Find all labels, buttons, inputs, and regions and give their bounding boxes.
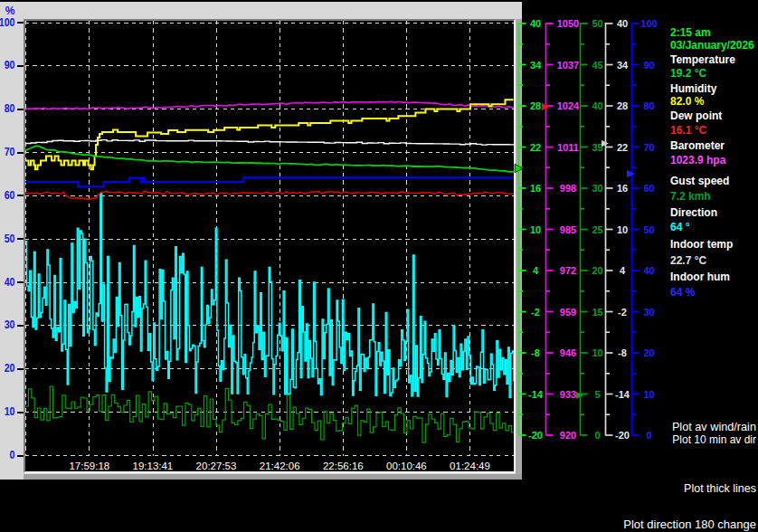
svg-text:-14: -14 — [528, 389, 544, 400]
svg-text:20: 20 — [643, 347, 654, 358]
svg-text:34: 34 — [530, 60, 542, 71]
svg-text:-8: -8 — [618, 347, 627, 358]
svg-text:10: 10 — [643, 389, 654, 400]
svg-text:933: 933 — [560, 389, 576, 400]
svg-text:10: 10 — [617, 224, 628, 235]
svg-text:-20: -20 — [528, 430, 543, 441]
svg-text:40: 40 — [592, 100, 602, 111]
svg-text:1050: 1050 — [557, 18, 579, 29]
svg-text:985: 985 — [560, 224, 576, 235]
svg-text:30: 30 — [592, 183, 602, 194]
svg-text:35: 35 — [592, 142, 602, 153]
svg-text:-2: -2 — [531, 307, 540, 318]
svg-text:28: 28 — [530, 100, 541, 111]
svg-text:40: 40 — [530, 18, 541, 29]
svg-text:90: 90 — [643, 60, 654, 71]
svg-text:-14: -14 — [615, 389, 630, 400]
svg-text:4: 4 — [533, 265, 539, 276]
svg-text:50: 50 — [592, 18, 602, 29]
svg-text:0: 0 — [594, 430, 600, 441]
svg-text:34: 34 — [617, 60, 629, 71]
svg-text:28: 28 — [617, 100, 628, 111]
svg-text:920: 920 — [560, 430, 576, 441]
svg-text:70: 70 — [643, 142, 654, 153]
svg-text:946: 946 — [560, 347, 576, 358]
svg-text:16: 16 — [530, 183, 541, 194]
svg-text:4: 4 — [620, 265, 626, 276]
svg-text:959: 959 — [560, 307, 576, 318]
svg-text:50: 50 — [643, 224, 654, 235]
svg-text:60: 60 — [643, 183, 654, 194]
svg-text:-2: -2 — [618, 307, 627, 318]
svg-text:45: 45 — [592, 60, 602, 71]
svg-text:10: 10 — [592, 347, 602, 358]
svg-text:80: 80 — [643, 100, 654, 111]
svg-text:100: 100 — [640, 18, 657, 29]
svg-text:22: 22 — [617, 142, 628, 153]
svg-text:998: 998 — [560, 183, 576, 194]
svg-text:16: 16 — [617, 183, 628, 194]
svg-text:20: 20 — [592, 265, 602, 276]
svg-text:1037: 1037 — [557, 60, 579, 71]
svg-text:-8: -8 — [531, 347, 540, 358]
svg-text:30: 30 — [643, 307, 654, 318]
svg-text:1024: 1024 — [557, 100, 580, 111]
svg-text:22: 22 — [530, 142, 541, 153]
svg-text:10: 10 — [530, 224, 541, 235]
svg-text:25: 25 — [592, 224, 602, 235]
svg-text:40: 40 — [643, 265, 654, 276]
svg-text:5: 5 — [594, 389, 600, 400]
svg-text:15: 15 — [592, 307, 602, 318]
svg-text:1011: 1011 — [557, 142, 579, 153]
svg-text:972: 972 — [560, 265, 576, 276]
svg-text:40: 40 — [617, 18, 628, 29]
